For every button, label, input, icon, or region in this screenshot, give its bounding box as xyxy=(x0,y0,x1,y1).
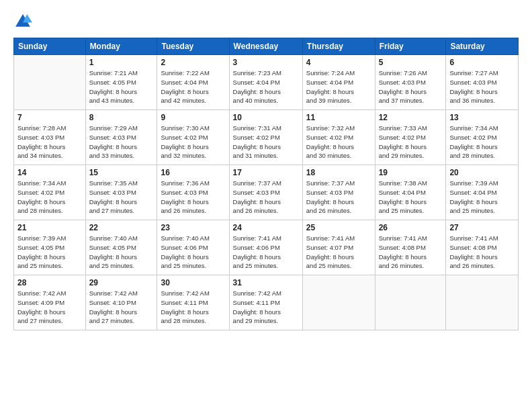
calendar-day-cell: 17Sunrise: 7:37 AM Sunset: 4:03 PM Dayli… xyxy=(229,165,302,220)
day-number: 12 xyxy=(379,113,443,122)
day-number: 30 xyxy=(161,278,225,287)
calendar-table: SundayMondayTuesdayWednesdayThursdayFrid… xyxy=(13,38,519,330)
day-info: Sunrise: 7:24 AM Sunset: 4:04 PM Dayligh… xyxy=(306,68,371,105)
calendar-week-row: 7Sunrise: 7:28 AM Sunset: 4:03 PM Daylig… xyxy=(14,110,519,165)
day-info: Sunrise: 7:22 AM Sunset: 4:04 PM Dayligh… xyxy=(161,68,225,105)
calendar-day-cell: 15Sunrise: 7:35 AM Sunset: 4:03 PM Dayli… xyxy=(85,165,157,220)
day-info: Sunrise: 7:42 AM Sunset: 4:11 PM Dayligh… xyxy=(161,289,225,326)
calendar-day-cell: 29Sunrise: 7:42 AM Sunset: 4:10 PM Dayli… xyxy=(85,275,157,330)
day-info: Sunrise: 7:42 AM Sunset: 4:09 PM Dayligh… xyxy=(17,289,82,326)
weekday-header: Friday xyxy=(375,38,446,55)
day-info: Sunrise: 7:41 AM Sunset: 4:08 PM Dayligh… xyxy=(379,234,443,271)
day-info: Sunrise: 7:41 AM Sunset: 4:07 PM Dayligh… xyxy=(306,234,371,271)
day-info: Sunrise: 7:27 AM Sunset: 4:03 PM Dayligh… xyxy=(449,68,515,105)
day-number: 4 xyxy=(306,58,371,67)
day-number: 8 xyxy=(89,113,154,122)
day-info: Sunrise: 7:34 AM Sunset: 4:02 PM Dayligh… xyxy=(17,179,82,216)
logo-icon xyxy=(13,12,32,31)
day-info: Sunrise: 7:41 AM Sunset: 4:08 PM Dayligh… xyxy=(449,234,515,271)
calendar-day-cell: 8Sunrise: 7:29 AM Sunset: 4:03 PM Daylig… xyxy=(85,110,157,165)
calendar-day-cell xyxy=(446,275,519,330)
page: SundayMondayTuesdayWednesdayThursdayFrid… xyxy=(0,0,532,411)
day-info: Sunrise: 7:41 AM Sunset: 4:06 PM Dayligh… xyxy=(233,234,299,271)
weekday-header: Thursday xyxy=(302,38,375,55)
day-info: Sunrise: 7:39 AM Sunset: 4:04 PM Dayligh… xyxy=(449,179,515,216)
day-info: Sunrise: 7:42 AM Sunset: 4:10 PM Dayligh… xyxy=(89,289,154,326)
calendar-day-cell: 13Sunrise: 7:34 AM Sunset: 4:02 PM Dayli… xyxy=(446,110,519,165)
day-number: 19 xyxy=(379,168,443,177)
calendar-day-cell: 7Sunrise: 7:28 AM Sunset: 4:03 PM Daylig… xyxy=(14,110,86,165)
day-number: 10 xyxy=(233,113,299,122)
day-info: Sunrise: 7:32 AM Sunset: 4:02 PM Dayligh… xyxy=(306,124,371,161)
calendar-week-row: 21Sunrise: 7:39 AM Sunset: 4:05 PM Dayli… xyxy=(14,220,519,275)
day-number: 15 xyxy=(89,168,154,177)
day-info: Sunrise: 7:28 AM Sunset: 4:03 PM Dayligh… xyxy=(17,124,82,161)
calendar-day-cell: 1Sunrise: 7:21 AM Sunset: 4:05 PM Daylig… xyxy=(85,55,157,110)
day-number: 17 xyxy=(233,168,299,177)
calendar-day-cell: 4Sunrise: 7:24 AM Sunset: 4:04 PM Daylig… xyxy=(302,55,375,110)
calendar-day-cell: 3Sunrise: 7:23 AM Sunset: 4:04 PM Daylig… xyxy=(229,55,302,110)
day-number: 22 xyxy=(89,223,154,232)
day-info: Sunrise: 7:37 AM Sunset: 4:03 PM Dayligh… xyxy=(233,179,299,216)
day-number: 31 xyxy=(233,278,299,287)
header xyxy=(13,12,519,31)
calendar-day-cell xyxy=(14,55,86,110)
day-number: 21 xyxy=(17,223,82,232)
weekday-header: Wednesday xyxy=(229,38,302,55)
day-number: 7 xyxy=(17,113,82,122)
day-info: Sunrise: 7:31 AM Sunset: 4:02 PM Dayligh… xyxy=(233,124,299,161)
day-info: Sunrise: 7:40 AM Sunset: 4:06 PM Dayligh… xyxy=(161,234,225,271)
day-number: 1 xyxy=(89,58,154,67)
calendar-day-cell: 2Sunrise: 7:22 AM Sunset: 4:04 PM Daylig… xyxy=(157,55,229,110)
day-number: 6 xyxy=(449,58,515,67)
weekday-header: Sunday xyxy=(14,38,86,55)
day-info: Sunrise: 7:42 AM Sunset: 4:11 PM Dayligh… xyxy=(233,289,299,326)
calendar-header-row: SundayMondayTuesdayWednesdayThursdayFrid… xyxy=(14,38,519,55)
day-number: 18 xyxy=(306,168,371,177)
calendar-day-cell: 31Sunrise: 7:42 AM Sunset: 4:11 PM Dayli… xyxy=(229,275,302,330)
day-number: 24 xyxy=(233,223,299,232)
calendar-day-cell: 27Sunrise: 7:41 AM Sunset: 4:08 PM Dayli… xyxy=(446,220,519,275)
weekday-header: Monday xyxy=(85,38,157,55)
day-number: 3 xyxy=(233,58,299,67)
day-info: Sunrise: 7:21 AM Sunset: 4:05 PM Dayligh… xyxy=(89,68,154,105)
weekday-header: Saturday xyxy=(446,38,519,55)
day-info: Sunrise: 7:37 AM Sunset: 4:03 PM Dayligh… xyxy=(306,179,371,216)
day-number: 28 xyxy=(17,278,82,287)
calendar-day-cell: 23Sunrise: 7:40 AM Sunset: 4:06 PM Dayli… xyxy=(157,220,229,275)
calendar-day-cell xyxy=(375,275,446,330)
calendar-day-cell: 9Sunrise: 7:30 AM Sunset: 4:02 PM Daylig… xyxy=(157,110,229,165)
logo xyxy=(13,12,36,31)
calendar-day-cell: 25Sunrise: 7:41 AM Sunset: 4:07 PM Dayli… xyxy=(302,220,375,275)
day-number: 9 xyxy=(161,113,225,122)
day-number: 13 xyxy=(449,113,515,122)
day-number: 23 xyxy=(161,223,225,232)
day-number: 27 xyxy=(449,223,515,232)
calendar-day-cell: 30Sunrise: 7:42 AM Sunset: 4:11 PM Dayli… xyxy=(157,275,229,330)
day-info: Sunrise: 7:33 AM Sunset: 4:02 PM Dayligh… xyxy=(379,124,443,161)
day-info: Sunrise: 7:38 AM Sunset: 4:04 PM Dayligh… xyxy=(379,179,443,216)
weekday-header: Tuesday xyxy=(157,38,229,55)
calendar-day-cell: 20Sunrise: 7:39 AM Sunset: 4:04 PM Dayli… xyxy=(446,165,519,220)
day-info: Sunrise: 7:34 AM Sunset: 4:02 PM Dayligh… xyxy=(449,124,515,161)
day-info: Sunrise: 7:29 AM Sunset: 4:03 PM Dayligh… xyxy=(89,124,154,161)
day-info: Sunrise: 7:35 AM Sunset: 4:03 PM Dayligh… xyxy=(89,179,154,216)
day-number: 14 xyxy=(17,168,82,177)
calendar-week-row: 14Sunrise: 7:34 AM Sunset: 4:02 PM Dayli… xyxy=(14,165,519,220)
day-number: 25 xyxy=(306,223,371,232)
calendar-day-cell: 14Sunrise: 7:34 AM Sunset: 4:02 PM Dayli… xyxy=(14,165,86,220)
calendar-day-cell: 5Sunrise: 7:26 AM Sunset: 4:03 PM Daylig… xyxy=(375,55,446,110)
calendar-day-cell: 10Sunrise: 7:31 AM Sunset: 4:02 PM Dayli… xyxy=(229,110,302,165)
day-info: Sunrise: 7:26 AM Sunset: 4:03 PM Dayligh… xyxy=(379,68,443,105)
calendar-week-row: 1Sunrise: 7:21 AM Sunset: 4:05 PM Daylig… xyxy=(14,55,519,110)
calendar-day-cell: 24Sunrise: 7:41 AM Sunset: 4:06 PM Dayli… xyxy=(229,220,302,275)
calendar-day-cell: 11Sunrise: 7:32 AM Sunset: 4:02 PM Dayli… xyxy=(302,110,375,165)
calendar-day-cell xyxy=(302,275,375,330)
day-number: 11 xyxy=(306,113,371,122)
calendar-week-row: 28Sunrise: 7:42 AM Sunset: 4:09 PM Dayli… xyxy=(14,275,519,330)
day-number: 29 xyxy=(89,278,154,287)
calendar-day-cell: 26Sunrise: 7:41 AM Sunset: 4:08 PM Dayli… xyxy=(375,220,446,275)
calendar-day-cell: 16Sunrise: 7:36 AM Sunset: 4:03 PM Dayli… xyxy=(157,165,229,220)
day-number: 20 xyxy=(449,168,515,177)
day-info: Sunrise: 7:36 AM Sunset: 4:03 PM Dayligh… xyxy=(161,179,225,216)
